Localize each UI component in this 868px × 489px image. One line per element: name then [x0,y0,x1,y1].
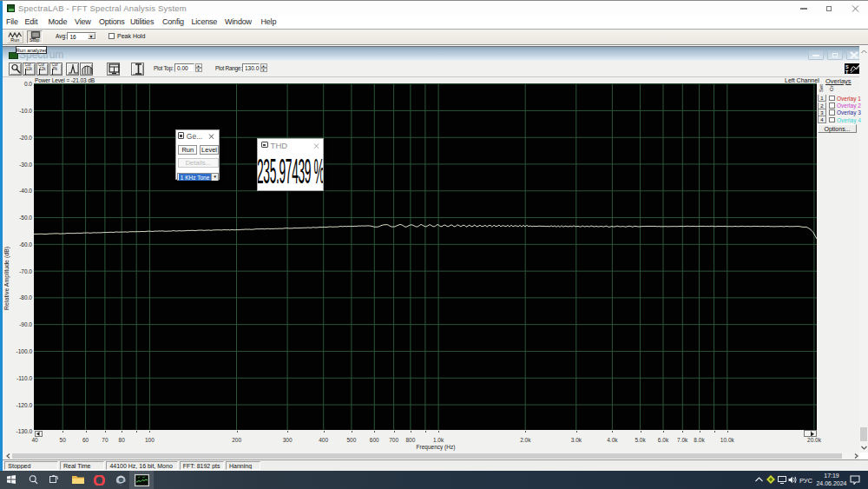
svg-text:T: T [845,69,849,74]
